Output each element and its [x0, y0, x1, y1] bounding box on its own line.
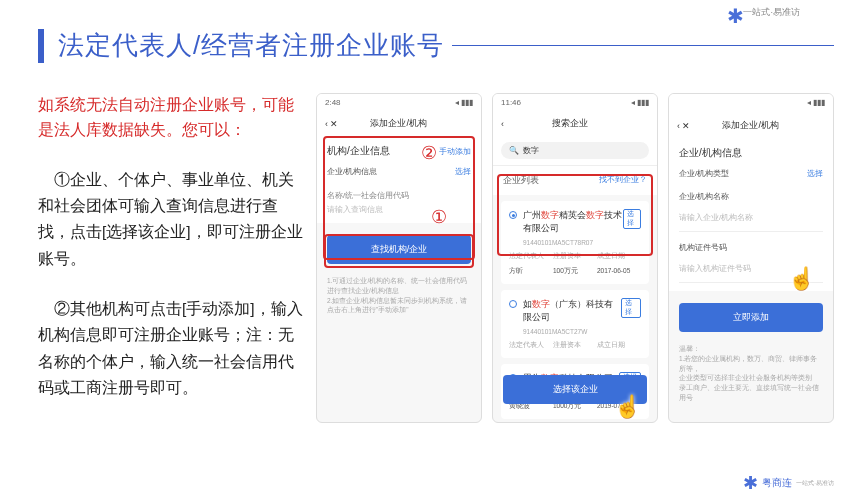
radio-icon[interactable] — [509, 300, 517, 308]
phone-screenshot-1: 2:48◂ ▮▮▮ ‹ ✕ 添加企业/机构 机构/企业信息 手动添加 企业/机构… — [316, 93, 482, 423]
radio-selected-icon[interactable] — [509, 211, 517, 219]
section-title: 机构/企业信息 — [327, 144, 390, 158]
intro-text: 如系统无法自动注册企业账号，可能是法人库数据缺失。您可以： — [38, 93, 304, 143]
nav-title: 添加企业/机构 — [370, 117, 427, 130]
company-code: 91440101MA5CT78R07 — [523, 239, 641, 246]
status-time: 11:46 — [501, 98, 521, 107]
step2-text: ②其他机构可点击[手动添加]，输入机构信息即可注册企业账号；注：无名称的个体户，… — [38, 296, 304, 401]
select-link[interactable]: 选择 — [807, 168, 823, 179]
section-title: 企业/机构信息 — [679, 146, 742, 160]
status-signal: ◂ ▮▮▮ — [807, 98, 825, 109]
not-found-link[interactable]: 找不到企业？ — [599, 174, 647, 187]
company-name: 广州数字精英会数字技术有限公司 — [523, 209, 623, 235]
company-name: 如数字（广东）科技有限公司 — [523, 298, 621, 324]
search-input[interactable]: 🔍 数字 — [501, 142, 649, 159]
step1-text: ①企业、个体户、事业单位、机关和社会团体可输入查询信息进行查找，点击[选择该企业… — [38, 167, 304, 272]
search-button[interactable]: 查找机构/企业 — [327, 235, 471, 264]
pointer-icon: ☝ — [788, 266, 815, 292]
title-bar: 法定代表人/经营者注册企业账号 — [38, 28, 854, 63]
field-label: 企业/机构信息 — [327, 166, 377, 177]
field-label: 机构证件号码 — [679, 242, 727, 253]
pointer-icon: ☝ — [614, 394, 641, 420]
status-signal: ◂ ▮▮▮ — [631, 98, 649, 107]
footer-logo-icon: ✱ — [743, 472, 758, 494]
search-input[interactable]: 请输入查询信息 — [327, 205, 471, 215]
callout-2: ② — [421, 142, 437, 164]
manual-add-link[interactable]: 手动添加 — [439, 146, 471, 157]
add-now-button[interactable]: 立即添加 — [679, 303, 823, 332]
company-card[interactable]: 广州数字精英会数字技术有限公司 选择 91440101MA5CT78R07 法定… — [501, 201, 649, 284]
org-name-input[interactable]: 请输入企业/机构名称 — [679, 212, 823, 232]
select-tag[interactable]: 选择 — [623, 209, 641, 229]
company-card[interactable]: 如数字（广东）科技有限公司 选择 91440101MA5CT27W 法定代表人注… — [501, 290, 649, 358]
company-code: 91440101MA5CT27W — [523, 328, 641, 335]
back-icon[interactable]: ‹ ✕ — [325, 119, 339, 129]
nav-title: 添加企业/机构 — [722, 119, 779, 132]
status-time: 2:48 — [325, 98, 341, 107]
back-icon[interactable]: ‹ — [501, 119, 504, 129]
input-hint: 名称/统一社会信用代码 — [327, 191, 471, 201]
nav-title: 搜索企业 — [552, 117, 588, 130]
page-title: 法定代表人/经营者注册企业账号 — [58, 28, 444, 63]
select-tag[interactable]: 选择 — [621, 298, 641, 318]
header-logo-icon: ✱ — [727, 4, 744, 28]
back-icon[interactable]: ‹ ✕ — [677, 121, 691, 131]
callout-1: ① — [431, 206, 447, 228]
title-accent — [38, 29, 44, 63]
status-signal: ◂ ▮▮▮ — [455, 98, 473, 107]
phone-screenshot-3: ◂ ▮▮▮ ‹ ✕ 添加企业/机构 企业/机构信息 企业/机构类型 选择 企业/… — [668, 93, 834, 423]
field-label: 企业/机构类型 — [679, 168, 729, 179]
note-text: 1.可通过企业/机构的名称、统一社会信用代码进行查找企业/机构信息 2.如查企业… — [317, 276, 481, 315]
field-label: 企业/机构名称 — [679, 191, 729, 202]
title-line — [452, 45, 834, 46]
status-time — [677, 98, 685, 109]
note-text: 温馨： 1.若您的企业属机构，数万、商贸、律师事务所等， 企业类型可选择非企业社… — [669, 344, 833, 403]
select-link[interactable]: 选择 — [455, 166, 471, 177]
header-slogan: 一站式·易准访 — [743, 6, 800, 19]
list-header: 企业列表 — [503, 174, 539, 187]
footer-brand: ✱ 粤商连 一站式·易准访 — [743, 472, 834, 494]
phone-screenshot-2: 11:46◂ ▮▮▮ ‹ 搜索企业 🔍 数字 企业列表 找不到企业？ 广州数字精… — [492, 93, 658, 423]
